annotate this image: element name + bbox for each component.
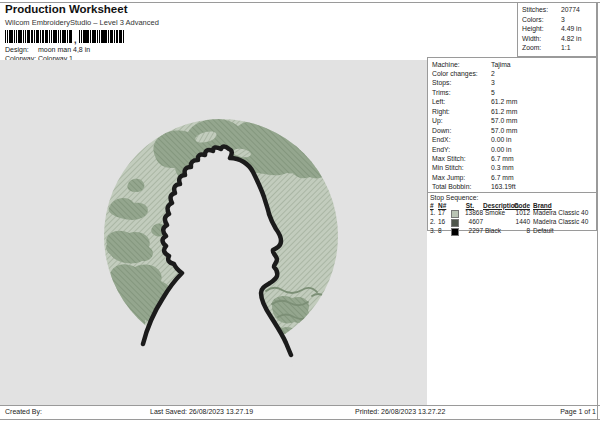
- summary-row: Width:4.82 in: [522, 34, 596, 44]
- stop-row-num: 3.: [430, 227, 438, 236]
- machine-row: EndX:0.00 in: [432, 135, 596, 144]
- machine-row-label: Up:: [432, 116, 491, 125]
- barcode-bars-right: [79, 30, 124, 43]
- stop-row-stitches: 4607: [461, 218, 483, 227]
- summary-label: Stitches:: [522, 5, 561, 15]
- stop-sequence-table: # N# St. Description Code Brand 1. 17 13…: [430, 202, 596, 237]
- col-header-code: Code: [513, 202, 530, 210]
- thread-color-swatch: [450, 209, 461, 218]
- thread-color-swatch: [450, 227, 461, 236]
- machine-row-value: 2: [491, 69, 495, 78]
- machine-row-value: 61.2 mm: [491, 97, 517, 106]
- stop-row-brand: Madeira Classic 40: [530, 209, 596, 218]
- stitch-summary-box: Stitches:20774 Colors:3 Height:4.49 in W…: [517, 2, 597, 57]
- summary-row: Colors:3: [522, 15, 596, 25]
- machine-row-label: Color changes:: [432, 69, 491, 78]
- machine-row-label: Max Jump:: [432, 173, 491, 182]
- machine-row-label: Right:: [432, 107, 491, 116]
- stop-row-code: 8: [513, 227, 530, 236]
- summary-value: 20774: [561, 5, 580, 15]
- barcode-bars-left: [5, 30, 72, 43]
- machine-details: Machine:Tajima Color changes:2 Stops:3 T…: [428, 58, 596, 192]
- stop-row-code: 1440: [513, 218, 530, 227]
- stop-row-needle: 8: [438, 227, 450, 236]
- machine-row: Down:57.0 mm: [432, 126, 596, 135]
- col-header-brand: Brand: [530, 202, 596, 210]
- machine-row: Right:61.2 mm: [432, 107, 596, 116]
- machine-row: Left:61.2 mm: [432, 97, 596, 106]
- stop-row-stitches: 13868: [461, 209, 483, 218]
- stop-row-needle: 17: [438, 209, 450, 218]
- stop-row-code: 1012: [513, 209, 530, 218]
- stop-row-description: [483, 218, 513, 227]
- machine-row-value: 163.19ft: [491, 182, 516, 191]
- stop-row-description: Black: [483, 227, 513, 236]
- summary-value: 1:1: [561, 43, 570, 53]
- machine-row-label: Trims:: [432, 88, 491, 97]
- machine-row: EndY:0.00 in: [432, 145, 596, 154]
- machine-row-value: 3: [491, 78, 495, 87]
- machine-row-label: Left:: [432, 97, 491, 106]
- machine-row-label: Machine:: [432, 60, 491, 69]
- summary-label: Colors:: [522, 15, 561, 25]
- stop-row-needle: 16: [438, 218, 450, 227]
- machine-row: Color changes:2: [432, 69, 596, 78]
- machine-row-value: 57.0 mm: [491, 116, 517, 125]
- last-saved-text: Last Saved: 26/08/2023 13.27.19: [150, 408, 253, 415]
- design-row: Design: moon man 4,8 in: [5, 46, 159, 53]
- col-header-num: #: [430, 202, 438, 210]
- summary-label: Width:: [522, 34, 561, 44]
- machine-row-value: 57.0 mm: [491, 126, 517, 135]
- machine-row-value: 0.00 in: [491, 135, 511, 144]
- summary-row: Stitches:20774: [522, 5, 596, 15]
- machine-row: Max Jump:6.7 mm: [432, 173, 596, 182]
- stop-row-stitches: 2297: [461, 227, 483, 236]
- barcode-separator: ,: [74, 37, 77, 43]
- stop-sequence-title: Stop Sequence:: [430, 194, 596, 202]
- summary-value: 4.49 in: [561, 24, 581, 34]
- machine-row-value: 0.00 in: [491, 145, 511, 154]
- summary-value: 3: [561, 15, 565, 25]
- machine-row-value: 61.2 mm: [491, 107, 517, 116]
- machine-row: Stops:3: [432, 78, 596, 87]
- machine-info-panel: Machine:Tajima Color changes:2 Stops:3 T…: [427, 57, 597, 231]
- design-preview-canvas: [0, 60, 427, 405]
- created-by-label: Created By:: [5, 408, 42, 415]
- app-subtitle: Wilcom EmbroideryStudio – Level 3 Advanc…: [5, 18, 159, 27]
- summary-row: Zoom:1:1: [522, 43, 596, 53]
- moon-man-embroidery-preview: [0, 60, 427, 405]
- machine-row-label: Stops:: [432, 78, 491, 87]
- summary-label: Zoom:: [522, 43, 561, 53]
- page-right-rule: [597, 2, 598, 419]
- printed-text: Printed: 26/08/2023 13.27.22: [355, 408, 445, 415]
- machine-row: Trims:5: [432, 88, 596, 97]
- stop-row-brand: Default: [530, 227, 596, 236]
- machine-row: Total Bobbin:163.19ft: [432, 182, 596, 191]
- summary-label: Height:: [522, 24, 561, 34]
- stop-row-brand: Madeira Classic 40: [530, 218, 596, 227]
- machine-row: Max Stitch:6.7 mm: [432, 154, 596, 163]
- machine-row-label: Max Stitch:: [432, 154, 491, 163]
- footer: Created By: Last Saved: 26/08/2023 13.27…: [0, 405, 600, 419]
- production-worksheet-page: Production Worksheet Wilcom EmbroiderySt…: [0, 0, 600, 424]
- col-header-needle: N#: [438, 202, 450, 210]
- col-header-stitches: St.: [450, 202, 483, 210]
- design-barcode: ,: [5, 30, 159, 43]
- summary-row: Height:4.49 in: [522, 24, 596, 34]
- design-label: Design:: [5, 46, 38, 53]
- page-number: Page 1 of 1: [560, 408, 596, 415]
- machine-row-label: EndY:: [432, 145, 491, 154]
- header: Production Worksheet Wilcom EmbroiderySt…: [5, 3, 159, 62]
- machine-row: Min Stitch:0.3 mm: [432, 163, 596, 172]
- machine-row-value: Tajima: [491, 60, 511, 69]
- machine-row-label: Total Bobbin:: [432, 182, 491, 191]
- machine-row-value: 6.7 mm: [491, 154, 514, 163]
- footer-top-rule: [0, 405, 600, 406]
- stop-sequence-panel: Stop Sequence: # N# St. Description Code…: [428, 192, 596, 237]
- machine-row-value: 5: [491, 88, 495, 97]
- machine-row-label: Min Stitch:: [432, 163, 491, 172]
- machine-row-value: 6.7 mm: [491, 173, 514, 182]
- page-title: Production Worksheet: [5, 3, 159, 15]
- footer-bottom-rule: [0, 419, 600, 420]
- machine-row: Machine:Tajima: [432, 60, 596, 69]
